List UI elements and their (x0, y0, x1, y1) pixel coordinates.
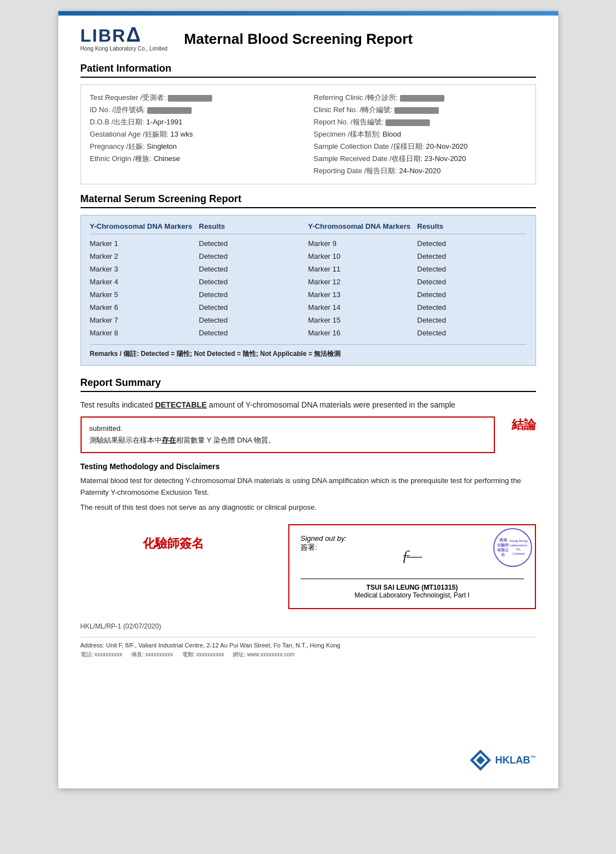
sign-box-inner: Signed out by: 簽署: 𝓯— TSUI SAI LEUNG (MT… (301, 534, 523, 599)
col4-header: Results (417, 222, 527, 230)
marker-left-result-4: Detected (199, 289, 308, 300)
marker-left-result-0: Detected (199, 238, 308, 249)
report-page: LIBRΔ Hong Kong Laboratory Co., Limited … (58, 11, 558, 788)
patient-row-pregnancy: Pregnancy /妊娠: Singleton (90, 140, 303, 153)
marker-left-name-6: Marker 7 (90, 314, 199, 326)
marker-left-name-1: Marker 2 (90, 250, 199, 262)
summary-box: submitted. 測驗結果顯示在樣本中存在相當數量 Y 染色體 DNA 物質… (81, 416, 495, 453)
hklab-diamond-icon (469, 748, 492, 772)
patient-row-dob: D.O.B /出生日期: 1-Apr-1991 (90, 116, 303, 128)
stamp-circle: 香港化驗所有限公司Hong KongLaboratory Co.Limited (493, 528, 532, 567)
summary-text-line1: Test results indicated DETECTABLE amount… (81, 399, 536, 411)
marker-right-name-2: Marker 11 (308, 263, 418, 275)
summary-box-area: submitted. 測驗結果顯示在樣本中存在相當數量 Y 染色體 DNA 物質… (81, 416, 536, 453)
marker-right-result-4: Detected (417, 289, 527, 300)
marker-left-result-3: Detected (199, 276, 308, 288)
signature-script: 𝓯— (402, 547, 422, 565)
footer-contact: 電郵: xxxxxxxxxx (182, 651, 224, 659)
marker-rows: Marker 1Detected Marker 9Detected Marker… (90, 238, 527, 339)
methodology-section: Testing Methodology and Disclaimers Mate… (81, 462, 536, 513)
marker-left-name-5: Marker 6 (90, 302, 199, 313)
patient-row-report-no: Report No. /報告編號: (314, 116, 527, 128)
patient-row-received: Sample Received Date /收樣日期: 23-Nov-2020 (314, 153, 527, 165)
marker-left-name-0: Marker 1 (90, 238, 199, 249)
signed-out-label: Signed out by: (301, 534, 347, 542)
methodology-text1: Maternal blood test for detecting Y-chro… (81, 475, 536, 499)
marker-left-name-2: Marker 3 (90, 263, 199, 275)
screening-table: Y-Chromosomal DNA Markers Results Y-Chro… (81, 215, 536, 366)
patient-row-gest: Gestational Age /妊娠期: 13 wks (90, 128, 303, 140)
marker-left-result-7: Detected (199, 327, 308, 339)
top-bar (58, 11, 558, 16)
marker-right-name-7: Marker 16 (308, 327, 418, 339)
screening-table-header: Y-Chromosomal DNA Markers Results Y-Chro… (90, 222, 527, 234)
serum-screening-header: Maternal Serum Screening Report (81, 193, 536, 208)
marker-right-name-6: Marker 15 (308, 314, 418, 326)
patient-info-header: Patient Information (81, 63, 536, 78)
logo-subtitle: Hong Kong Laboratory Co., Limited (81, 46, 168, 52)
col3-header: Y-Chromosomal DNA Markers (308, 222, 418, 230)
hklab-logo: HKLAB™ (469, 748, 536, 772)
sign-box: 香港化驗所有限公司Hong KongLaboratory Co.Limited … (288, 524, 535, 609)
col1-header: Y-Chromosomal DNA Markers (90, 222, 199, 230)
chinese-bold: 存在 (162, 436, 176, 444)
patient-info-box: Test Requester /受測者: ID No. /證件號碼: D.O.B… (81, 84, 536, 184)
footer-contact: 電話: xxxxxxxxxx (81, 651, 123, 659)
patient-grid: Test Requester /受測者: ID No. /證件號碼: D.O.B… (90, 92, 527, 177)
footer-ref: HKL/ML/RP-1 (02/07/2020) (81, 622, 536, 630)
signatory-name: TSUI SAI LEUNG (MT101315) (366, 584, 458, 591)
patient-fields-right: Referring Clinic /轉介診所: Clinic Ref No. /… (314, 92, 527, 177)
logo-text: LIBRΔ (81, 27, 142, 44)
report-title: Maternal Blood Screening Report (184, 31, 413, 48)
marker-left-name-3: Marker 4 (90, 276, 199, 288)
patient-row-specimen: Specimen /樣本類別: Blood (314, 128, 527, 140)
marker-right-name-0: Marker 9 (308, 238, 418, 249)
marker-right-result-3: Detected (417, 276, 527, 288)
patient-row-clinic-ref: Clinic Ref No. /轉介編號: (314, 104, 527, 116)
address-text: Address: Unit F, 8/F., Valiant Industria… (81, 642, 536, 649)
marker-right-name-3: Marker 12 (308, 276, 418, 288)
marker-right-name-4: Marker 13 (308, 289, 418, 300)
sign-area: 化驗師簽名 香港化驗所有限公司Hong KongLaboratory Co.Li… (81, 524, 536, 609)
remarks-row: Remarks / 備註: Detected = 陽性; Not Detecte… (90, 344, 527, 359)
marker-right-result-6: Detected (417, 314, 527, 326)
marker-right-result-1: Detected (417, 250, 527, 262)
marker-right-name-1: Marker 10 (308, 250, 418, 262)
patient-row-requester: Test Requester /受測者: (90, 92, 303, 104)
chemist-label: 化驗師簽名 (81, 524, 267, 552)
report-summary-header: Report Summary (81, 377, 536, 392)
marker-left-result-2: Detected (199, 263, 308, 275)
footer-contacts: 電話: xxxxxxxxxx傳真: xxxxxxxxxx電郵: xxxxxxxx… (81, 651, 536, 659)
detectable-text: DETECTABLE (155, 400, 207, 409)
methodology-text2: The result of this test does not serve a… (81, 502, 536, 514)
patient-row-id: ID No. /證件號碼: (90, 104, 303, 116)
conclusion-label: 結論 (512, 416, 536, 433)
footer-contact: 傳真: xxxxxxxxxx (131, 651, 173, 659)
logo-area: LIBRΔ Hong Kong Laboratory Co., Limited (81, 27, 168, 52)
report-header: LIBRΔ Hong Kong Laboratory Co., Limited … (81, 27, 536, 52)
report-summary-section: Report Summary Test results indicated DE… (81, 377, 536, 453)
summary-submitted: submitted. (89, 423, 486, 435)
col2-header: Results (199, 222, 308, 230)
marker-right-name-5: Marker 14 (308, 302, 418, 313)
marker-right-result-5: Detected (417, 302, 527, 313)
methodology-title: Testing Methodology and Disclaimers (81, 462, 536, 471)
signatory-title: Medical Laboratory Technologist, Part I (354, 591, 469, 599)
signed-out-chinese: 簽署: (301, 542, 317, 552)
hklab-text: HKLAB™ (495, 755, 536, 766)
marker-left-name-7: Marker 8 (90, 327, 199, 339)
marker-right-result-2: Detected (417, 263, 527, 275)
footer-contact: 網址: www.xxxxxxxx.com (233, 651, 294, 659)
marker-left-result-1: Detected (199, 250, 308, 262)
marker-left-name-4: Marker 5 (90, 289, 199, 300)
patient-row-clinic: Referring Clinic /轉介診所: (314, 92, 527, 104)
patient-row-reporting: Reporting Date /報告日期: 24-Nov-2020 (314, 165, 527, 177)
patient-row-collection: Sample Collection Date /採樣日期: 20-Nov-202… (314, 140, 527, 153)
patient-fields-left: Test Requester /受測者: ID No. /證件號碼: D.O.B… (90, 92, 303, 177)
signature-line (301, 579, 523, 579)
marker-right-result-0: Detected (417, 238, 527, 249)
footer-address: Address: Unit F, 8/F., Valiant Industria… (81, 637, 536, 659)
marker-right-result-7: Detected (417, 327, 527, 339)
marker-left-result-6: Detected (199, 314, 308, 326)
marker-left-result-5: Detected (199, 302, 308, 313)
